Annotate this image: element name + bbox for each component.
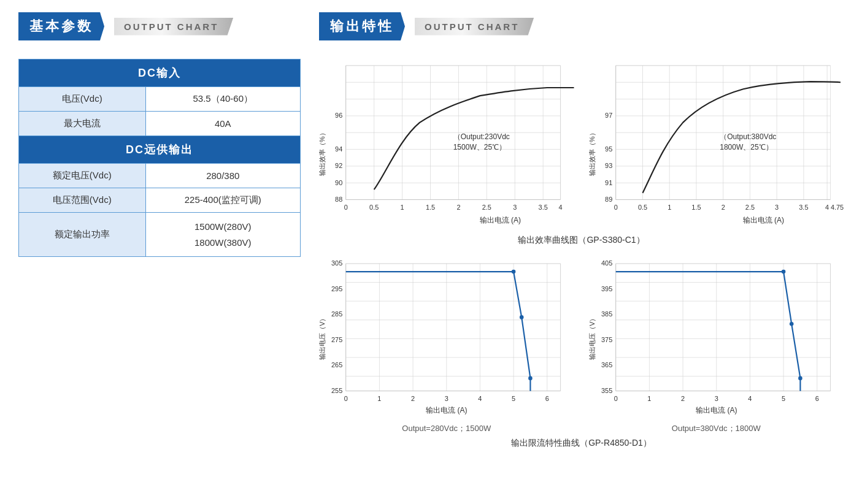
row1-label: 电压(Vdc) (19, 87, 146, 112)
row3-value: 280/380 (145, 164, 300, 188)
efficiency-chart-2: 89 91 93 95 97 0 0.5 1 1.5 2 2.5 3 3.5 4… (589, 59, 844, 229)
svg-text:295: 295 (331, 285, 342, 292)
left-header: 基本参数 OUTPUT CHART (18, 12, 301, 40)
svg-text:93: 93 (605, 162, 612, 169)
group1-header: DC输入 (19, 59, 301, 87)
svg-text:355: 355 (601, 387, 612, 394)
svg-text:2: 2 (456, 204, 460, 211)
efficiency-chart-1: 88 90 92 94 96 0 0.5 1 1.5 2 2.5 3 3.5 4 (319, 59, 574, 229)
svg-text:4: 4 (748, 395, 752, 402)
svg-text:405: 405 (601, 260, 612, 267)
svg-text:2.5: 2.5 (745, 204, 754, 211)
chart4-subtitle: Output=380Vdc；1800W (589, 423, 844, 434)
svg-text:6: 6 (815, 395, 818, 402)
svg-text:265: 265 (331, 362, 342, 369)
svg-text:3: 3 (513, 204, 517, 211)
svg-text:2: 2 (721, 204, 725, 211)
limit-chart-1: 305 295 285 275 265 255 0 1 2 3 4 5 6 输出… (319, 257, 574, 433)
svg-text:输出电压（V）: 输出电压（V） (319, 315, 326, 360)
svg-text:3: 3 (775, 204, 779, 211)
right-header: 输出特性 OUTPUT CHART (319, 12, 844, 40)
svg-text:输出效率（%）: 输出效率（%） (589, 129, 596, 176)
svg-text:0: 0 (344, 395, 348, 402)
svg-text:90: 90 (335, 179, 342, 186)
row2-value: 40A (145, 112, 300, 136)
svg-rect-110 (615, 264, 830, 391)
svg-text:2: 2 (411, 395, 415, 402)
svg-rect-75 (346, 264, 561, 391)
limit-caption: 输出限流特性曲线（GP-R4850-D1） (319, 438, 844, 449)
efficiency-charts: 88 90 92 94 96 0 0.5 1 1.5 2 2.5 3 3.5 4 (319, 59, 844, 229)
row3-label: 额定电压(Vdc) (19, 164, 146, 188)
svg-text:输出效率（%）: 输出效率（%） (319, 129, 326, 176)
svg-text:385: 385 (601, 311, 612, 318)
svg-text:375: 375 (601, 336, 612, 343)
left-badge: 基本参数 (18, 12, 104, 40)
svg-text:5: 5 (782, 395, 785, 402)
chart3-subtitle: Output=280Vdc；1500W (319, 423, 574, 434)
left-subtitle: OUTPUT CHART (114, 18, 233, 36)
row2-label: 最大电流 (19, 112, 146, 136)
row5-label: 额定输出功率 (19, 213, 146, 257)
row5-value: 1500W(280V)1800W(380V) (145, 213, 300, 257)
svg-text:输出电流 (A): 输出电流 (A) (426, 406, 467, 414)
svg-text:1.5: 1.5 (426, 204, 435, 211)
svg-point-142 (781, 270, 785, 274)
row4-value: 225-400(监控可调) (145, 188, 300, 213)
svg-text:4: 4 (478, 395, 482, 402)
svg-text:92: 92 (335, 162, 342, 169)
svg-text:（Output:380Vdc: （Output:380Vdc (720, 132, 776, 141)
limit-chart-2: 405 395 385 375 365 355 0 1 2 3 4 5 6 输出… (589, 257, 844, 433)
svg-text:输出电流 (A): 输出电流 (A) (480, 216, 521, 224)
svg-text:0: 0 (614, 204, 617, 211)
efficiency-caption: 输出效率曲线图（GP-S380-C1） (319, 235, 844, 246)
svg-text:1: 1 (647, 395, 651, 402)
svg-text:4: 4 (559, 204, 563, 211)
svg-text:3: 3 (714, 395, 718, 402)
svg-point-108 (520, 315, 524, 319)
svg-text:1500W、25℃）: 1500W、25℃） (453, 143, 506, 151)
svg-text:255: 255 (331, 387, 342, 394)
svg-point-109 (528, 376, 533, 381)
svg-text:2.5: 2.5 (482, 204, 491, 211)
svg-text:89: 89 (605, 196, 612, 203)
limit-charts: 305 295 285 275 265 255 0 1 2 3 4 5 6 输出… (319, 257, 844, 433)
svg-text:275: 275 (331, 336, 342, 343)
svg-text:1: 1 (377, 395, 381, 402)
params-table: DC输入 电压(Vdc) 53.5（40-60） 最大电流 40A DC远供输出… (18, 59, 301, 257)
svg-text:88: 88 (335, 196, 342, 203)
svg-text:6: 6 (545, 395, 549, 402)
svg-text:5: 5 (512, 395, 515, 402)
svg-text:305: 305 (331, 260, 342, 267)
svg-text:4: 4 (825, 204, 829, 211)
svg-text:2: 2 (681, 395, 685, 402)
left-panel: 基本参数 OUTPUT CHART DC输入 电压(Vdc) 53.5（40-6… (18, 12, 313, 492)
svg-text:395: 395 (601, 285, 612, 292)
svg-text:（Output:230Vdc: （Output:230Vdc (453, 132, 510, 141)
svg-point-107 (512, 270, 516, 274)
svg-text:1: 1 (401, 204, 404, 211)
svg-text:1: 1 (668, 204, 671, 211)
svg-point-143 (789, 322, 793, 326)
svg-text:0.5: 0.5 (369, 204, 379, 211)
svg-point-144 (798, 376, 802, 381)
right-badge: 输出特性 (319, 12, 405, 40)
svg-text:0: 0 (614, 395, 617, 402)
svg-text:输出电压（V）: 输出电压（V） (589, 315, 596, 360)
svg-text:3.5: 3.5 (539, 204, 548, 211)
svg-text:3: 3 (445, 395, 448, 402)
svg-text:365: 365 (601, 362, 612, 369)
svg-text:97: 97 (605, 112, 612, 119)
svg-text:96: 96 (335, 112, 342, 119)
svg-text:0.5: 0.5 (637, 204, 647, 211)
row1-value: 53.5（40-60） (145, 87, 300, 112)
svg-text:输出电流 (A): 输出电流 (A) (742, 216, 783, 224)
svg-text:输出电流 (A): 输出电流 (A) (696, 406, 737, 414)
svg-text:1.5: 1.5 (691, 204, 701, 211)
svg-text:285: 285 (331, 311, 342, 318)
svg-text:94: 94 (335, 145, 342, 153)
right-subtitle: OUTPUT CHART (415, 18, 534, 36)
svg-text:4.75: 4.75 (830, 204, 843, 211)
svg-text:91: 91 (605, 179, 612, 186)
svg-text:0: 0 (344, 204, 348, 211)
